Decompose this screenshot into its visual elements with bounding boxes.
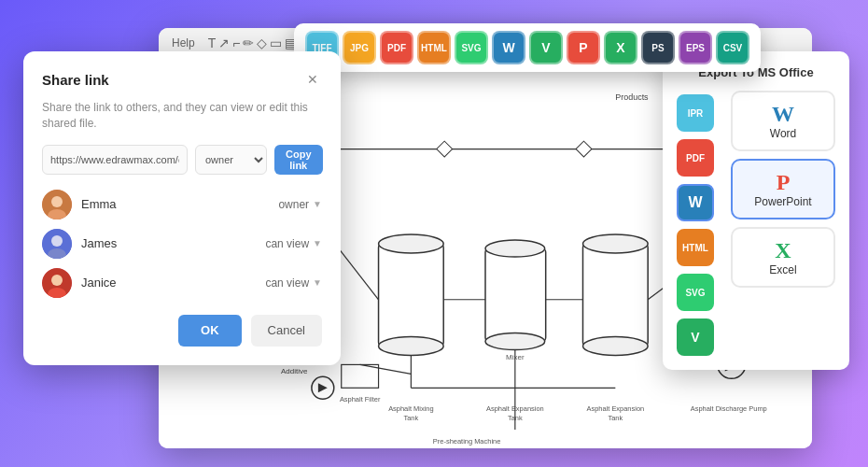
side-icon-pdf[interactable]: PDF (677, 139, 714, 177)
svg-text:Asphalt Mixing: Asphalt Mixing (388, 404, 433, 413)
user-info-james: James (42, 229, 117, 259)
export-powerpoint-option[interactable]: P PowerPoint (731, 159, 835, 219)
role-label-janice: can view (265, 276, 309, 290)
format-eps[interactable]: EPS (679, 31, 712, 64)
svg-point-21 (583, 337, 649, 356)
user-name-emma: Emma (81, 197, 117, 211)
format-visio[interactable]: V (529, 31, 563, 64)
avatar-james (42, 229, 72, 259)
user-info-emma: Emma (42, 190, 117, 219)
side-icon-html[interactable]: HTML (677, 229, 714, 266)
export-options: W Word P PowerPoint X Excel (731, 91, 835, 356)
format-ppt[interactable]: P (567, 31, 600, 64)
toolbar-icon-2[interactable]: ↗ (218, 35, 230, 50)
role-label-emma: owner (278, 198, 309, 211)
dialog-actions: OK Cancel (42, 315, 322, 347)
user-row-janice: Janice can view ▼ (42, 268, 322, 298)
chevron-emma: ▼ (313, 199, 322, 209)
role-badge-james[interactable]: can view ▼ (265, 237, 322, 250)
svg-point-15 (485, 333, 545, 350)
toolbar-icon-5[interactable]: ◇ (257, 35, 267, 50)
format-csv[interactable]: CSV (716, 31, 749, 64)
excel-icon: X (775, 238, 791, 263)
format-html[interactable]: HTML (417, 31, 451, 64)
user-list: Emma owner ▼ James can view (42, 190, 322, 298)
svg-text:Pre-sheating Machine: Pre-sheating Machine (433, 437, 501, 446)
powerpoint-icon: P (777, 170, 791, 195)
svg-point-14 (485, 240, 545, 257)
role-badge-janice[interactable]: can view ▼ (265, 276, 322, 290)
help-label: Help (168, 36, 195, 50)
toolbar-icon-3[interactable]: ⌐ (232, 35, 240, 50)
side-icon-svg[interactable]: SVG (677, 274, 714, 311)
powerpoint-label: PowerPoint (754, 195, 811, 208)
word-icon: W (772, 102, 794, 127)
svg-text:Asphalt Expansion: Asphalt Expansion (586, 404, 644, 413)
svg-text:Asphalt Filter: Asphalt Filter (340, 395, 381, 403)
close-button[interactable]: ✕ (303, 70, 322, 89)
side-icon-visio[interactable]: V (677, 318, 714, 356)
share-link-input[interactable] (42, 145, 188, 175)
dialog-header: Share link ✕ (42, 70, 322, 89)
format-pdf[interactable]: PDF (380, 31, 413, 64)
toolbar-icon-4[interactable]: ✏ (243, 35, 254, 50)
svg-text:Tank: Tank (608, 414, 623, 422)
export-excel-option[interactable]: X Excel (731, 227, 835, 288)
avatar-janice (42, 268, 72, 298)
link-row: owner can view can edit Copy link (42, 145, 322, 175)
format-word[interactable]: W (492, 31, 525, 64)
user-info-janice: Janice (42, 268, 117, 298)
dialog-title: Share link (42, 72, 109, 88)
svg-text:Tank: Tank (404, 414, 419, 422)
ok-button[interactable]: OK (178, 315, 242, 347)
svg-point-57 (51, 235, 63, 247)
role-badge-emma[interactable]: owner ▼ (278, 198, 322, 211)
format-excel[interactable]: X (604, 31, 637, 64)
toolbar-icon-6[interactable]: ▭ (270, 35, 282, 50)
user-name-james: James (81, 236, 117, 250)
export-word-option[interactable]: W Word (731, 91, 835, 151)
user-row-emma: Emma owner ▼ (42, 190, 322, 219)
word-label: Word (770, 127, 796, 140)
avatar-emma (42, 190, 72, 219)
excel-label: Excel (769, 263, 796, 276)
svg-point-9 (379, 234, 444, 253)
chevron-james: ▼ (313, 238, 322, 248)
format-ps[interactable]: PS (641, 31, 675, 64)
copy-link-button[interactable]: Copy link (274, 145, 323, 175)
side-icon-ipr[interactable]: IPR (677, 94, 714, 132)
svg-point-60 (51, 275, 63, 286)
side-icon-word[interactable]: W (677, 184, 714, 221)
svg-point-20 (583, 234, 649, 253)
svg-text:Asphalt Discharge Pump: Asphalt Discharge Pump (691, 404, 767, 413)
cancel-button[interactable]: Cancel (251, 315, 322, 347)
chevron-janice: ▼ (313, 277, 322, 288)
export-panel: Export To MS Office IPR PDF W HTML SVG V… (663, 51, 849, 370)
format-toolbar: TIFF JPG PDF HTML SVG W V P X PS EPS CSV (294, 23, 761, 72)
svg-text:Additive: Additive (281, 367, 308, 375)
share-dialog: Share link ✕ Share the link to others, a… (23, 51, 341, 365)
svg-text:Products: Products (615, 92, 649, 102)
user-name-janice: Janice (81, 276, 117, 290)
toolbar-icon-1[interactable]: T (208, 35, 217, 50)
svg-point-10 (379, 337, 444, 356)
role-label-james: can view (265, 237, 309, 250)
user-row-james: James can view ▼ (42, 229, 322, 259)
dialog-description: Share the link to others, and they can v… (42, 100, 322, 132)
export-side-icons: IPR PDF W HTML SVG V (677, 91, 723, 356)
format-svg[interactable]: SVG (455, 31, 488, 64)
format-jpg[interactable]: JPG (343, 31, 376, 64)
svg-point-54 (51, 196, 63, 207)
link-role-select[interactable]: owner can view can edit (195, 145, 267, 175)
